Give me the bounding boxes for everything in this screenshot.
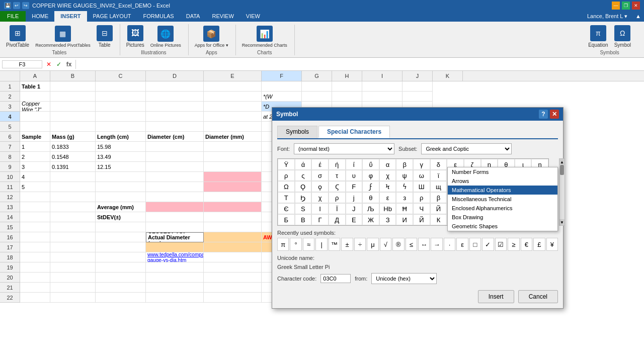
cell-A15[interactable] xyxy=(20,222,50,232)
cell-C10[interactable] xyxy=(96,172,146,182)
cell-C6[interactable]: Length (cm) xyxy=(96,132,146,142)
cell-C7[interactable]: 15.98 xyxy=(96,142,146,152)
recent-symbol[interactable]: → xyxy=(431,238,442,251)
cell-J2[interactable] xyxy=(403,92,433,102)
cell-B1[interactable] xyxy=(50,81,96,92)
cell-A14[interactable] xyxy=(20,212,50,222)
symbol-cell[interactable]: Б xyxy=(278,214,295,225)
symbol-cell[interactable]: ΰ xyxy=(362,159,379,170)
row-14[interactable]: 14 xyxy=(0,212,20,222)
dialog-help-button[interactable]: ? xyxy=(539,110,548,119)
symbol-cell[interactable]: И xyxy=(396,214,413,225)
recent-symbol[interactable]: ™ xyxy=(329,238,340,251)
tab-formulas[interactable]: FORMULAS xyxy=(137,11,180,22)
symbol-cell[interactable]: ω xyxy=(413,170,430,181)
symbol-cell[interactable]: α xyxy=(379,159,396,170)
cell-C3[interactable] xyxy=(96,102,146,112)
recent-symbol[interactable]: □ xyxy=(469,238,481,251)
col-header-K[interactable]: K xyxy=(433,71,463,81)
symbol-cell[interactable]: υ xyxy=(346,170,363,181)
symbol-cell[interactable]: τ xyxy=(329,170,346,181)
row-12[interactable]: 12 xyxy=(0,192,20,202)
dropdown-item-box-drawing[interactable]: Box Drawing xyxy=(448,213,557,222)
symbol-cell[interactable]: Ϧ xyxy=(295,192,312,203)
cell-E6[interactable]: Diameter (mm) xyxy=(204,132,262,142)
symbol-cell[interactable]: ά xyxy=(295,159,312,170)
cell-B18[interactable] xyxy=(50,252,96,262)
col-header-B[interactable]: B xyxy=(50,71,96,81)
symbol-cell[interactable]: ϝ xyxy=(362,181,379,192)
col-header-J[interactable]: J xyxy=(403,71,433,81)
symbol-cell[interactable]: щ xyxy=(430,181,447,192)
cell-C8[interactable]: 13.49 xyxy=(96,152,146,162)
row-11[interactable]: 11 xyxy=(0,182,20,192)
cell-D14[interactable] xyxy=(146,212,204,222)
symbol-cell[interactable]: З xyxy=(379,214,396,225)
row-7[interactable]: 7 xyxy=(0,142,20,152)
symbol-cell[interactable]: I xyxy=(311,203,329,214)
minimize-button[interactable]: — xyxy=(612,2,620,10)
symbol-cell[interactable]: J xyxy=(346,203,363,214)
recent-symbol[interactable]: ↔ xyxy=(418,238,430,251)
recent-symbol[interactable]: ± xyxy=(341,238,353,251)
ribbon-collapse[interactable]: ▲ xyxy=(632,11,644,22)
dropdown-item-math-operators[interactable]: Mathematical Operators xyxy=(448,186,557,195)
cell-D6[interactable]: Diameter (cm) xyxy=(146,132,204,142)
symbol-cell[interactable]: ρ xyxy=(413,192,430,203)
row-15[interactable]: 15 xyxy=(0,222,20,232)
recent-symbol[interactable]: ≥ xyxy=(508,238,519,251)
cell-C16[interactable] xyxy=(96,232,146,242)
rec-charts-button[interactable]: 📊 Recommended Charts xyxy=(240,25,289,49)
symbol-cell[interactable]: δ xyxy=(430,159,447,170)
cancel-button[interactable]: Cancel xyxy=(518,290,558,303)
dropdown-item-geometric[interactable]: Geometric Shapes xyxy=(448,222,557,231)
symbol-cell[interactable]: ψ xyxy=(396,170,413,181)
tab-insert[interactable]: INSERT xyxy=(54,11,87,22)
cell-E15[interactable] xyxy=(204,222,262,232)
row-10[interactable]: 10 xyxy=(0,172,20,182)
symbol-cell[interactable]: Є xyxy=(278,203,295,214)
row-19[interactable]: 19 xyxy=(0,262,20,273)
cell-E1[interactable] xyxy=(204,81,262,92)
col-header-D[interactable]: D xyxy=(146,71,204,81)
maximize-button[interactable]: ❐ xyxy=(622,2,630,10)
cell-B11[interactable] xyxy=(50,182,96,192)
cell-D2[interactable] xyxy=(146,92,204,102)
symbol-cell[interactable]: Τ xyxy=(278,192,295,203)
from-select[interactable]: Unicode (hex) xyxy=(371,273,437,284)
cell-D9[interactable] xyxy=(146,162,204,172)
col-header-C[interactable]: C xyxy=(96,71,146,81)
cell-E2[interactable] xyxy=(204,92,262,102)
cell-B2[interactable] xyxy=(50,92,96,102)
cell-B9[interactable]: 0.1391 xyxy=(50,162,96,172)
recent-symbol[interactable]: ÷ xyxy=(354,238,366,251)
cell-A4[interactable] xyxy=(20,112,50,122)
pictures-button[interactable]: 🖼 Pictures xyxy=(124,24,146,49)
recent-symbol[interactable]: | xyxy=(315,238,327,251)
symbol-cell[interactable]: Ÿ xyxy=(278,159,295,170)
symbol-cell[interactable]: Ϟ xyxy=(379,181,396,192)
recent-symbol[interactable]: √ xyxy=(380,238,391,251)
tab-review[interactable]: REVIEW xyxy=(206,11,239,22)
dropdown-item-misc-technical[interactable]: Miscellaneous Technical xyxy=(448,195,557,204)
tab-file[interactable]: FILE xyxy=(0,11,26,22)
close-button[interactable]: ✕ xyxy=(632,2,640,10)
cell-E10[interactable] xyxy=(204,172,262,182)
cell-G2[interactable] xyxy=(302,92,332,102)
symbol-cell[interactable]: β xyxy=(396,159,413,170)
symbol-cell[interactable]: χ xyxy=(311,192,329,203)
symbol-cell[interactable]: ή xyxy=(329,159,346,170)
symbol-cell[interactable]: θ xyxy=(362,192,379,203)
symbol-cell[interactable]: Ї xyxy=(329,203,346,214)
cell-D8[interactable] xyxy=(146,152,204,162)
cell-B15[interactable] xyxy=(50,222,96,232)
save-icon[interactable]: 💾 xyxy=(4,2,11,9)
symbol-cell[interactable]: Ħ xyxy=(396,203,413,214)
row-1[interactable]: 1 xyxy=(0,81,20,92)
cell-A9[interactable]: 3 xyxy=(20,162,50,172)
cell-C2[interactable] xyxy=(96,92,146,102)
cell-D5[interactable] xyxy=(146,122,204,132)
recent-symbol[interactable]: ≤ xyxy=(406,238,417,251)
cell-C13[interactable]: Average (mm) xyxy=(96,202,146,212)
cell-B3[interactable] xyxy=(50,102,96,112)
